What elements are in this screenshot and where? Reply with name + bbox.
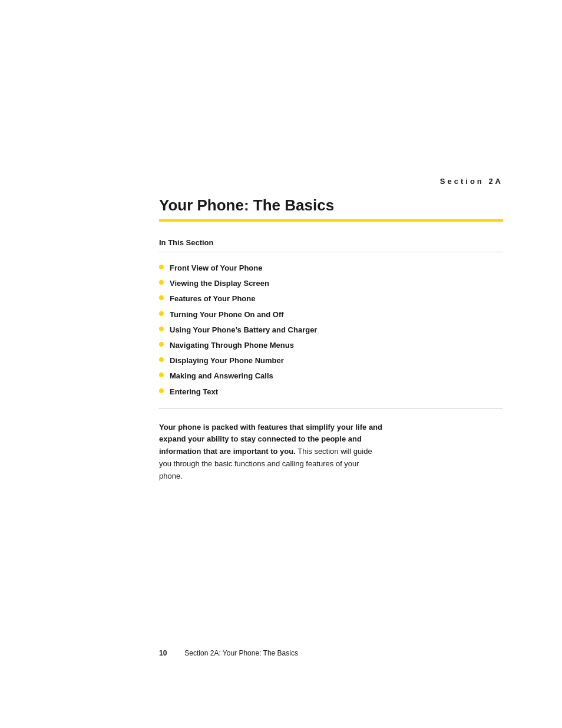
- list-item: Turning Your Phone On and Off: [159, 309, 503, 320]
- bullet-dot-icon: [159, 342, 164, 347]
- list-item-text: Making and Answering Calls: [170, 371, 273, 381]
- list-item-text: Viewing the Display Screen: [170, 278, 269, 289]
- in-this-section-heading: In This Section: [159, 238, 503, 247]
- description-text: Your phone is packed with features that …: [159, 421, 383, 483]
- list-item: Displaying Your Phone Number: [159, 355, 503, 366]
- bullet-dot-icon: [159, 265, 164, 269]
- bullet-dot-icon: [159, 388, 164, 393]
- bullet-dot-icon: [159, 280, 164, 285]
- list-item-text: Turning Your Phone On and Off: [170, 309, 284, 320]
- title-underline: [159, 219, 503, 222]
- list-item: Entering Text: [159, 387, 503, 397]
- bullet-dot-icon: [159, 373, 164, 377]
- list-item: Features of Your Phone: [159, 294, 503, 304]
- list-item-text: Navigating Through Phone Menus: [170, 340, 294, 351]
- list-item-text: Entering Text: [170, 387, 218, 397]
- list-item-text: Using Your Phone’s Battery and Charger: [170, 325, 317, 335]
- section-top-divider: [159, 252, 503, 252]
- section-label: Section 2A: [159, 177, 503, 186]
- bullet-list: Front View of Your Phone Viewing the Dis…: [159, 263, 503, 397]
- list-item-text: Displaying Your Phone Number: [170, 355, 284, 366]
- chapter-title: Your Phone: The Basics: [159, 196, 503, 215]
- list-item: Using Your Phone’s Battery and Charger: [159, 325, 503, 335]
- list-item: Front View of Your Phone: [159, 263, 503, 274]
- bullet-dot-icon: [159, 357, 164, 362]
- bullet-dot-icon: [159, 311, 164, 316]
- section-bottom-divider: [159, 408, 503, 409]
- page-footer: 10 Section 2A: Your Phone: The Basics: [159, 649, 298, 657]
- content-area: Section 2A Your Phone: The Basics In Thi…: [159, 0, 503, 483]
- bullet-dot-icon: [159, 295, 164, 300]
- bullet-dot-icon: [159, 327, 164, 331]
- list-item: Navigating Through Phone Menus: [159, 340, 503, 351]
- list-item-text: Front View of Your Phone: [170, 263, 262, 274]
- list-item: Viewing the Display Screen: [159, 278, 503, 289]
- list-item-text: Features of Your Phone: [170, 294, 255, 304]
- page-number: 10: [159, 649, 167, 657]
- page-container: Section 2A Your Phone: The Basics In Thi…: [0, 0, 562, 728]
- footer-section-label: Section 2A: Your Phone: The Basics: [184, 649, 298, 657]
- list-item: Making and Answering Calls: [159, 371, 503, 381]
